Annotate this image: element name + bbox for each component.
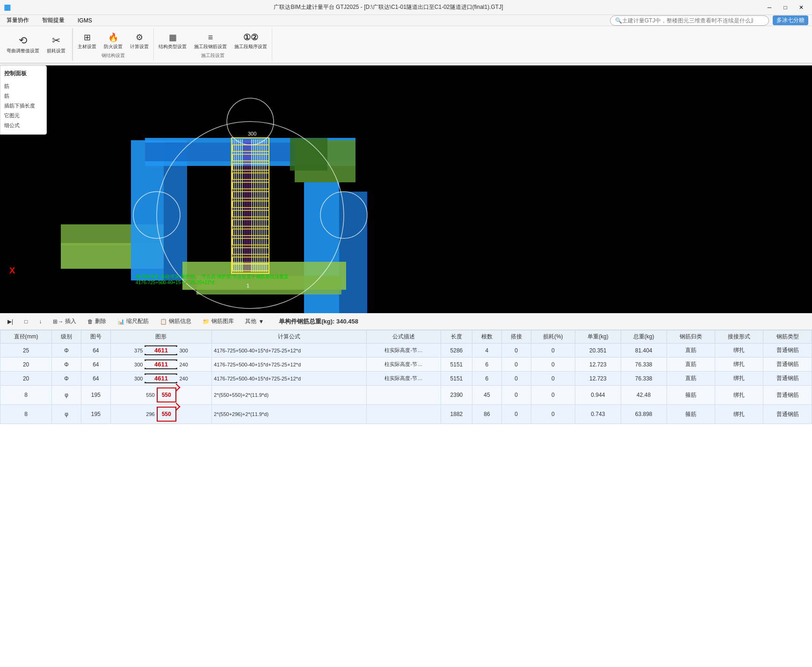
cell-shape: 300 4611 240 [110, 358, 212, 372]
rebar-info-label: 钢筋信息 [169, 317, 191, 325]
cell-formula: 4176-725+500-40+15*d+725-25+12*d [212, 372, 367, 386]
col-desc: 公式描述 [366, 330, 441, 344]
table-container[interactable]: 直径(mm) 级别 图号 图形 计算公式 公式描述 长度 根数 搭接 损耗(%)… [0, 330, 812, 667]
other-button[interactable]: 其他 ▼ [241, 316, 268, 327]
cell-grade: φ [52, 405, 81, 424]
section-order-button[interactable]: ①② 施工段顺序设置 [232, 30, 270, 52]
user-badge: 多冰七分糖 [773, 15, 808, 25]
section-rebar-button[interactable]: ≡ 施工段钢筋设置 [191, 31, 230, 52]
control-panel: 控制面板 筋 筋 插筋下插长度 它图元 细公式 [0, 65, 47, 135]
cell-connection: 绑扎 [715, 405, 763, 424]
download-button[interactable]: ↓ [35, 317, 45, 326]
rebar-library-label: 钢筋图库 [211, 317, 234, 325]
table-row[interactable]: 8 φ 195 296 550 2*(550+296)+2*(11.9*d) 1… [0, 405, 812, 424]
cell-loss: 0 [531, 344, 575, 358]
menu-item-zhineng[interactable]: 智能提量 [39, 15, 67, 25]
cell-grade: Φ [52, 372, 81, 386]
cell-splice: 0 [501, 372, 531, 386]
toolbar: ⟲ 弯曲调整值设置 ✂ 损耗设置 ⊞ 主材设置 🔥 防火设置 ⚙ [0, 26, 812, 64]
main-material-button[interactable]: ⊞ 主材设置 [75, 30, 99, 52]
bend-adjust-button[interactable]: ⟲ 弯曲调整值设置 [4, 33, 42, 56]
col-figure: 图号 [81, 330, 110, 344]
maximize-button[interactable]: □ [778, 3, 792, 12]
control-panel-item-1[interactable]: 筋 [4, 91, 43, 101]
cell-length: 5151 [441, 372, 472, 386]
control-panel-item-0[interactable]: 筋 [4, 81, 43, 91]
cell-splice: 0 [501, 358, 531, 372]
section-rebar-label: 施工段钢筋设置 [194, 43, 227, 50]
cell-unit-weight: 12.723 [575, 372, 621, 386]
insert-button[interactable]: ⊞→ 插入 [49, 316, 80, 327]
table-row[interactable]: 8 φ 195 550 550 2*(550+550)+2*(11.9*d) 2… [0, 386, 812, 405]
cell-shape: 375 4611 300 [110, 344, 212, 358]
svg-rect-8 [290, 138, 327, 171]
main-material-icon: ⊞ [84, 32, 91, 43]
cell-desc [366, 386, 441, 405]
cell-category: 直筋 [667, 372, 715, 386]
title-bar: ▦ 广联达BIM土建计量平台 GTJ2025 - [D:\广联达\C1-01隧道… [0, 0, 812, 15]
cell-category: 直筋 [667, 344, 715, 358]
svg-text:4176-725+500-40+15·d+725-25+12: 4176-725+500-40+15·d+725-25+12*d [136, 280, 214, 285]
cell-type: 普通钢筋 [763, 372, 812, 386]
control-panel-item-3[interactable]: 它图元 [4, 111, 43, 121]
rebar-info-button[interactable]: 📋 钢筋信息 [156, 316, 195, 327]
fireproof-label: 防火设置 [104, 43, 123, 50]
cell-desc: 柱实际高度-节… [366, 358, 441, 372]
rebar-library-button[interactable]: 📁 钢筋图库 [199, 316, 238, 327]
control-panel-item-2[interactable]: 插筋下插长度 [4, 101, 43, 111]
col-diameter: 直径(mm) [0, 330, 52, 344]
cell-unit-weight: 0.944 [575, 386, 621, 405]
insert-icon: ⊞→ [53, 318, 63, 325]
col-grade: 级别 [52, 330, 81, 344]
cell-figure: 195 [81, 405, 110, 424]
play-button[interactable]: ▶| [4, 317, 17, 326]
svg-text:300: 300 [248, 131, 256, 136]
search-area: 🔍 多冰七分糖 [610, 15, 808, 26]
close-button[interactable]: ✕ [794, 3, 808, 12]
cell-length: 2390 [441, 386, 472, 405]
steel-structure-label: 钢结构设置 [75, 52, 152, 59]
table-row[interactable]: 25 Φ 64 375 4611 300 4176-725+500-40+15*… [0, 344, 812, 358]
bottom-toolbar: ▶| □ ↓ ⊞→ 插入 🗑 删除 📊 缩尺配筋 📋 钢筋信息 📁 钢筋图库 [0, 313, 812, 330]
col-shape: 图形 [110, 330, 212, 344]
cell-connection: 绑扎 [715, 372, 763, 386]
cell-count: 6 [472, 358, 502, 372]
cell-type: 普通钢筋 [763, 386, 812, 405]
table-row[interactable]: 20 Φ 64 300 4611 240 4176-725+500-40+15*… [0, 358, 812, 372]
cell-figure: 195 [81, 386, 110, 405]
structure-type-icon: ▦ [169, 32, 177, 43]
cell-category: 箍筋 [667, 386, 715, 405]
cell-diameter: 8 [0, 386, 52, 405]
col-count: 根数 [472, 330, 502, 344]
minimize-button[interactable]: ─ [762, 3, 776, 12]
cell-loss: 0 [531, 372, 575, 386]
scale-rebar-button[interactable]: 📊 缩尺配筋 [114, 316, 152, 327]
section-order-label: 施工段顺序设置 [234, 43, 267, 50]
table-row[interactable]: 20 Φ 64 300 4611 240 4176-725+500-40+15*… [0, 372, 812, 386]
loss-setting-button[interactable]: ✂ 损耗设置 [44, 33, 68, 56]
menu-item-igms[interactable]: IGMS [75, 16, 95, 25]
rebar-table: 直径(mm) 级别 图号 图形 计算公式 公式描述 长度 根数 搭接 损耗(%)… [0, 330, 812, 424]
search-input[interactable] [622, 17, 753, 24]
control-panel-item-4[interactable]: 细公式 [4, 121, 43, 130]
rebar-info-icon: 📋 [160, 318, 167, 325]
structure-type-label: 结构类型设置 [159, 43, 187, 50]
cell-loss: 0 [531, 358, 575, 372]
cell-shape: 550 550 [110, 386, 212, 405]
scale-rebar-label: 缩尺配筋 [126, 317, 149, 325]
app-icon: ▦ [4, 3, 11, 12]
fireproof-button[interactable]: 🔥 防火设置 [101, 30, 125, 52]
cell-diameter: 25 [0, 344, 52, 358]
viewport: 300 柱实际高度·基础埋深·保护层·…·节点高·保护层·节点处置中钢筋基础须覆… [0, 65, 812, 313]
stop-button[interactable]: □ [21, 317, 31, 326]
cell-figure: 64 [81, 358, 110, 372]
construction-section-label: 施工段设置 [156, 52, 270, 59]
delete-button[interactable]: 🗑 删除 [84, 316, 110, 327]
structure-type-button[interactable]: ▦ 结构类型设置 [156, 30, 189, 52]
menu-item-suanliang[interactable]: 算量协作 [4, 15, 32, 25]
search-box[interactable]: 🔍 [610, 15, 769, 26]
cell-splice: 0 [501, 405, 531, 424]
cell-desc [366, 405, 441, 424]
calc-setting-button[interactable]: ⚙ 计算设置 [127, 30, 152, 52]
col-total-weight: 总重(kg) [621, 330, 667, 344]
